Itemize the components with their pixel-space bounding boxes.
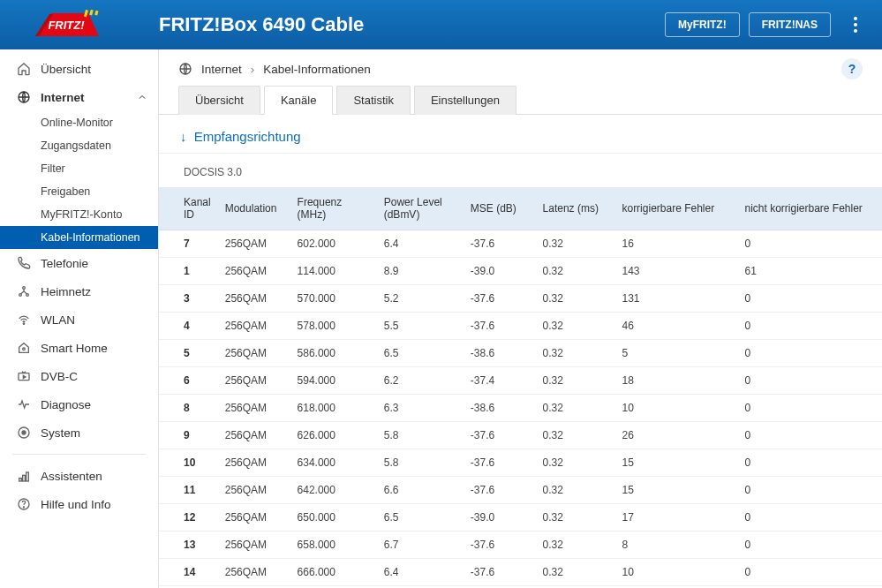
- table-cell: -37.6: [464, 477, 536, 504]
- table-cell: 0.32: [536, 395, 615, 422]
- sidebar-sub-online-monitor[interactable]: Online-Monitor: [0, 111, 158, 134]
- sidebar-item-telefonie[interactable]: Telefonie: [0, 249, 158, 277]
- sidebar-item-label: Heimnetz: [41, 285, 91, 298]
- svg-point-11: [23, 287, 26, 290]
- tab-übersicht[interactable]: Übersicht: [178, 86, 260, 115]
- table-cell: -38.6: [464, 395, 536, 422]
- table-cell: 0: [737, 395, 882, 422]
- table-cell: -37.4: [464, 367, 536, 395]
- sidebar-item-assistenten[interactable]: Assistenten: [0, 462, 158, 490]
- globe-icon: [178, 62, 192, 76]
- table-row: 4256QAM578.0005.5-37.60.32460: [159, 313, 882, 340]
- tab-einstellungen[interactable]: Einstellungen: [414, 86, 516, 115]
- table-row: 13256QAM658.0006.7-37.60.3280: [159, 531, 882, 559]
- myfritz-button[interactable]: MyFRITZ!: [665, 12, 740, 37]
- tab-statistik[interactable]: Statistik: [336, 86, 411, 115]
- table-row: 14256QAM666.0006.4-37.60.32100: [159, 559, 882, 586]
- table-cell: 650.000: [290, 504, 377, 531]
- svg-rect-20: [26, 472, 29, 481]
- column-header: Power Level(dBmV): [377, 187, 464, 230]
- table-cell: 6.4: [377, 230, 464, 258]
- breadcrumb-root[interactable]: Internet: [201, 63, 242, 76]
- sidebar-item-label: Übersicht: [41, 63, 91, 76]
- sidebar-item-smart home[interactable]: Smart Home: [0, 334, 158, 362]
- table-cell: 256QAM: [218, 449, 290, 477]
- table-row: 1256QAM114.0008.9-39.00.3214361: [159, 258, 882, 285]
- sidebar: ÜbersichtInternetOnline-MonitorZugangsda…: [0, 49, 159, 588]
- table-cell: 8: [159, 395, 218, 422]
- table-cell: 256QAM: [218, 531, 290, 559]
- table-cell: 256QAM: [218, 477, 290, 504]
- sidebar-sub-freigaben[interactable]: Freigaben: [0, 180, 158, 203]
- table-cell: 0.32: [536, 313, 615, 340]
- tab-kanäle[interactable]: Kanäle: [264, 86, 333, 115]
- table-cell: -37.6: [464, 230, 536, 258]
- table-cell: 114.000: [290, 258, 377, 285]
- sidebar-sub-filter[interactable]: Filter: [0, 157, 158, 180]
- table-cell: 12: [159, 504, 218, 531]
- svg-point-10: [26, 294, 29, 297]
- table-cell: 256QAM: [218, 230, 290, 258]
- table-cell: 6.4: [377, 559, 464, 586]
- section-heading: ↓ Empfangsrichtung: [159, 115, 882, 153]
- wifi-icon: [16, 312, 32, 328]
- chevron-right-icon: ›: [251, 63, 255, 76]
- help-button[interactable]: ?: [841, 58, 863, 79]
- table-cell: 4: [159, 313, 218, 340]
- table-cell: 256QAM: [218, 340, 290, 367]
- sidebar-item-label: Assistenten: [41, 470, 102, 483]
- table-cell: -37.6: [464, 422, 536, 449]
- sidebar-item-system[interactable]: System: [0, 418, 158, 447]
- table-cell: 5.8: [377, 449, 464, 477]
- table-cell: 15: [614, 477, 737, 504]
- column-header: Frequenz (MHz): [290, 187, 377, 230]
- sidebar-item-label: WLAN: [41, 313, 75, 327]
- table-cell: -37.6: [464, 531, 536, 559]
- sidebar-item-label: Diagnose: [41, 398, 91, 411]
- table-cell: 0: [737, 340, 882, 367]
- fritznas-button[interactable]: FRITZ!NAS: [749, 12, 831, 37]
- sidebar-item-heimnetz[interactable]: Heimnetz: [0, 277, 158, 305]
- table-cell: 594.000: [290, 367, 377, 395]
- table-cell: 0: [737, 230, 882, 258]
- table-cell: 8: [614, 531, 737, 559]
- chevron-up-icon: [137, 92, 147, 102]
- table-cell: 17: [614, 504, 737, 531]
- sidebar-item-dvb-c[interactable]: DVB-C: [0, 362, 158, 390]
- table-cell: 16: [614, 230, 737, 258]
- table-cell: 6.7: [377, 531, 464, 559]
- table-cell: 0.32: [536, 531, 615, 559]
- section-heading-text: Empfangsrichtung: [194, 129, 301, 144]
- table-cell: 46: [614, 313, 737, 340]
- table-cell: 0.32: [536, 340, 615, 367]
- globe-icon: [16, 89, 32, 105]
- sidebar-sub-zugangsdaten[interactable]: Zugangsdaten: [0, 134, 158, 157]
- table-cell: 6.5: [377, 504, 464, 531]
- table-cell: 6.5: [377, 340, 464, 367]
- table-cell: 658.000: [290, 531, 377, 559]
- table-cell: 143: [614, 258, 737, 285]
- table-cell: 634.000: [290, 449, 377, 477]
- table-cell: -37.6: [464, 559, 536, 586]
- table-cell: 256QAM: [218, 313, 290, 340]
- table-cell: 5.2: [377, 285, 464, 313]
- sidebar-item-hilfe-und-info[interactable]: Hilfe und Info: [0, 490, 158, 518]
- sidebar-item-wlan[interactable]: WLAN: [0, 305, 158, 334]
- table-cell: 13: [159, 531, 218, 559]
- svg-marker-15: [23, 375, 26, 378]
- sidebar-sub-kabel-informationen[interactable]: Kabel-Informationen: [0, 226, 158, 249]
- menu-dots-icon[interactable]: [847, 11, 864, 39]
- column-header: korrigierbare Fehler: [614, 187, 737, 230]
- table-row: 7256QAM602.0006.4-37.60.32160: [159, 230, 882, 258]
- svg-point-12: [23, 323, 24, 324]
- table-cell: 7: [159, 230, 218, 258]
- table-cell: 0.32: [536, 477, 615, 504]
- sidebar-sub-myfritz-konto[interactable]: MyFRITZ!-Konto: [0, 203, 158, 226]
- table-cell: 578.000: [290, 313, 377, 340]
- table-cell: 666.000: [290, 559, 377, 586]
- table-cell: 14: [159, 559, 218, 586]
- sidebar-item-übersicht[interactable]: Übersicht: [0, 55, 158, 83]
- sidebar-item-internet[interactable]: Internet: [0, 83, 158, 111]
- table-cell: 0: [737, 531, 882, 559]
- sidebar-item-diagnose[interactable]: Diagnose: [0, 390, 158, 418]
